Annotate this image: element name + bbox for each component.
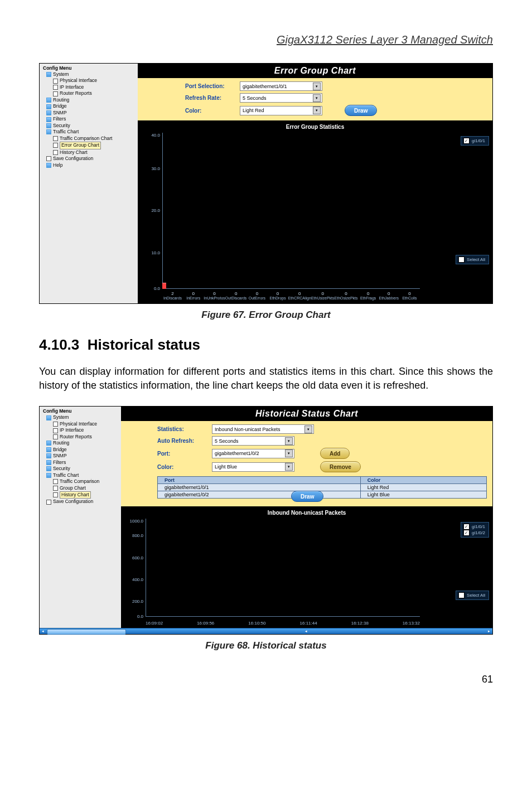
main-panel: Historical Status Chart Statistics: Inbo…: [121, 407, 492, 628]
tree-item[interactable]: Save Configuration: [42, 156, 137, 162]
table-header-port: Port: [158, 477, 361, 484]
tree-item[interactable]: Physical Interface: [42, 78, 137, 84]
tree-item-label: Security: [53, 466, 70, 472]
legend-checkbox[interactable]: ✓: [463, 530, 470, 536]
tree-item-label: Router Reports: [60, 434, 92, 440]
tree-root[interactable]: Config Menu: [42, 65, 137, 71]
chevron-down-icon: ▾: [313, 83, 321, 90]
chevron-down-icon: ▾: [285, 449, 293, 457]
x-axis-ticks: 16:09:02 16:09:56 16:10:50 16:11:44 16:1…: [146, 621, 420, 626]
tree-item[interactable]: Traffic Comparison Chart: [42, 136, 137, 142]
select-all-checkbox[interactable]: [458, 592, 465, 598]
legend-checkbox[interactable]: ✓: [463, 524, 470, 530]
tree-item[interactable]: Physical Interface: [42, 421, 120, 427]
tree-root[interactable]: Config Menu: [42, 408, 120, 414]
section-heading: 4.10.3 Historical status: [39, 336, 493, 354]
tree-item[interactable]: Filters: [42, 116, 137, 122]
tree-item-label: History Chart: [60, 149, 88, 156]
section-body-text: You can display information for differen…: [39, 365, 493, 393]
x-tick: 0EthJabbers: [379, 291, 399, 302]
remove-button[interactable]: Remove: [320, 461, 361, 472]
tree-item[interactable]: Traffic Chart: [42, 129, 137, 135]
legend-checkbox[interactable]: ✓: [463, 138, 470, 144]
folder-icon: [46, 447, 51, 452]
tree-item-label: Filters: [53, 460, 66, 466]
tree-item[interactable]: System: [42, 71, 137, 78]
color-dropdown[interactable]: Light Blue▾: [212, 462, 294, 472]
refresh-rate-label: Refresh Rate:: [185, 95, 235, 101]
x-tick: 0EthDrops: [268, 291, 288, 302]
x-tick: 0InUnkProtos: [204, 291, 225, 302]
select-all-toggle[interactable]: Select All: [456, 591, 489, 600]
folder-icon: [46, 129, 51, 134]
tree-item[interactable]: Routing: [42, 440, 120, 446]
tree-item[interactable]: Group Chart: [42, 485, 120, 491]
folder-icon: [46, 460, 51, 465]
error-group-chart: Error Group Statistics 40.0 30.0 20.0 10…: [138, 120, 492, 303]
x-tick: 2InDiscards: [162, 291, 183, 302]
folder-icon: [46, 104, 51, 109]
x-tick: 0OutDiscards: [225, 291, 247, 302]
tree-item-label: Traffic Chart: [53, 472, 79, 478]
tree-item[interactable]: SNMP: [42, 110, 137, 116]
page-icon: [53, 486, 58, 491]
port-selection-dropdown[interactable]: gigabitethernet1/0/1▾: [240, 81, 322, 91]
tree-item[interactable]: History Chart: [42, 149, 137, 156]
port-dropdown[interactable]: gigabitethernet1/0/2▾: [212, 449, 294, 458]
tree-item-label: Security: [53, 123, 70, 129]
page-icon: [53, 143, 58, 148]
chart-title: Error Group Statistics: [141, 124, 489, 130]
auto-refresh-label: Auto Refresh:: [157, 438, 207, 444]
tree-item[interactable]: IP Interface: [42, 84, 137, 90]
tree-item-label: System: [53, 71, 69, 78]
auto-refresh-dropdown[interactable]: 5 Seconds▾: [212, 436, 294, 446]
color-dropdown[interactable]: Light Red▾: [240, 106, 322, 115]
scroll-thumb[interactable]: [47, 629, 126, 635]
tree-item[interactable]: Traffic Chart: [42, 472, 120, 478]
tree-item[interactable]: Save Configuration: [42, 499, 120, 505]
tree-item[interactable]: SNMP: [42, 453, 120, 459]
tree-item[interactable]: Routing: [42, 97, 137, 103]
historical-status-chart: Inbound Non-unicast Packets 1000.0 800.0…: [121, 506, 492, 628]
color-label: Color:: [157, 464, 207, 470]
select-all-toggle[interactable]: Select All: [456, 255, 489, 264]
tree-item[interactable]: Bridge: [42, 447, 120, 453]
tree-item[interactable]: Traffic Comparison: [42, 478, 120, 485]
tree-item[interactable]: Router Reports: [42, 434, 120, 440]
tree-item[interactable]: Router Reports: [42, 90, 137, 96]
scroll-left-icon[interactable]: ◂: [40, 628, 46, 634]
figure-68-screenshot: Config Menu SystemPhysical InterfaceIP I…: [39, 406, 493, 635]
x-tick: 0InErrors: [183, 291, 204, 302]
draw-button[interactable]: Draw: [291, 491, 323, 502]
tree-item[interactable]: Error Group Chart: [42, 142, 137, 149]
tree-item-label: Error Group Chart: [60, 142, 101, 149]
tree-item[interactable]: Filters: [42, 460, 120, 466]
x-tick: 0EthUsizePkts: [311, 291, 335, 302]
chart-title: Inbound Non-unicast Packets: [124, 510, 489, 516]
tree-item-label: History Chart: [60, 491, 91, 499]
scroll-right-icon[interactable]: ▸: [486, 628, 492, 634]
statistics-dropdown[interactable]: Inbound Non-unicast Packets▾: [212, 424, 314, 434]
tree-item[interactable]: Security: [42, 466, 120, 472]
folder-icon: [46, 98, 51, 103]
chevron-down-icon: ▾: [313, 107, 321, 114]
select-all-checkbox[interactable]: [458, 257, 465, 263]
table-row[interactable]: gigabitethernet1/0/1Light Red: [158, 484, 487, 491]
refresh-rate-dropdown[interactable]: 5 Seconds▾: [240, 93, 322, 103]
page-icon: [53, 428, 58, 433]
tree-item[interactable]: IP Interface: [42, 427, 120, 433]
tree-item[interactable]: Help: [42, 162, 137, 168]
tree-item[interactable]: Bridge: [42, 103, 137, 109]
add-button[interactable]: Add: [320, 448, 350, 459]
tree-item[interactable]: History Chart: [42, 491, 120, 499]
page-icon: [53, 479, 58, 484]
tree-item[interactable]: Security: [42, 123, 137, 129]
chart-plot-area: [162, 133, 420, 289]
tree-item-label: Physical Interface: [60, 78, 97, 84]
folder-icon: [46, 453, 51, 458]
tree-item[interactable]: System: [42, 414, 120, 420]
tree-item-label: IP Interface: [60, 427, 84, 433]
page-icon: [53, 422, 58, 427]
draw-button[interactable]: Draw: [345, 105, 377, 116]
line-series: [146, 519, 420, 708]
